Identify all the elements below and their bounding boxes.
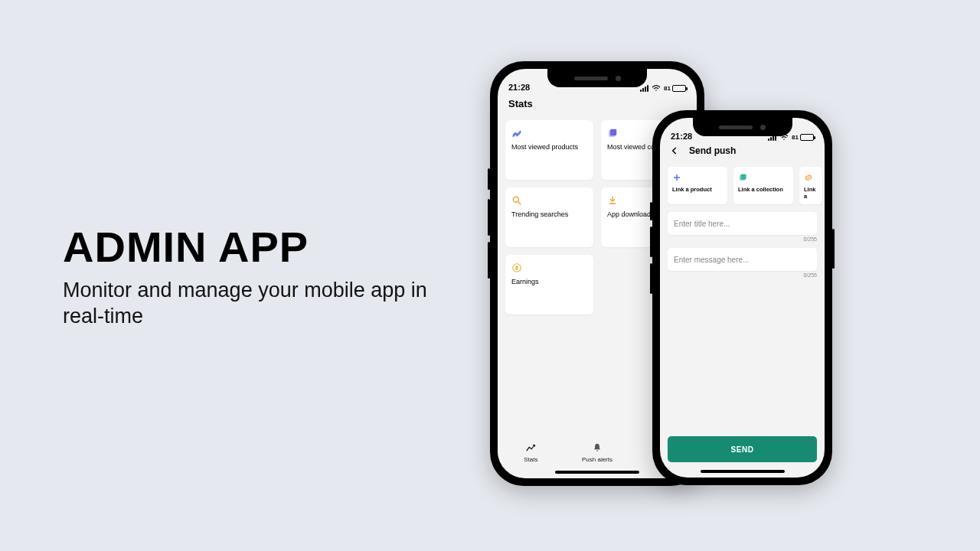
- tab-label: Push alerts: [582, 456, 612, 463]
- status-time: 21:28: [508, 83, 530, 92]
- phone-mockup-send-push: 21:28 81 Send push: [652, 110, 832, 485]
- chip-label: Link a: [804, 186, 818, 200]
- push-message-input[interactable]: Enter message here...: [668, 248, 817, 271]
- screen-title: Stats: [498, 93, 697, 116]
- tab-stats[interactable]: Stats: [498, 437, 564, 468]
- bell-icon: [592, 442, 603, 455]
- home-indicator: [555, 471, 639, 474]
- battery-indicator: 81: [792, 134, 814, 141]
- chip-label: Link a product: [672, 186, 723, 193]
- chip-link-product[interactable]: Link a product: [668, 167, 727, 204]
- stats-icon: [525, 442, 536, 455]
- svg-point-6: [783, 139, 785, 140]
- chip-link-url[interactable]: Link a: [799, 167, 822, 204]
- send-button-label: SEND: [731, 445, 754, 454]
- back-icon[interactable]: [669, 145, 680, 156]
- svg-rect-8: [741, 174, 746, 180]
- placeholder-text: Enter message here...: [674, 256, 749, 264]
- tab-label: Stats: [524, 456, 537, 463]
- card-earnings[interactable]: Earnings: [505, 255, 593, 315]
- message-char-counter: 0/255: [660, 271, 825, 281]
- push-title-input[interactable]: Enter title here...: [668, 212, 817, 235]
- dollar-circle-icon: [511, 262, 522, 273]
- download-icon: [607, 195, 618, 206]
- svg-rect-4: [609, 203, 616, 204]
- search-icon: [511, 195, 522, 206]
- placeholder-text: Enter title here...: [674, 220, 730, 228]
- card-label: Most viewed products: [511, 143, 587, 152]
- plus-icon: [672, 173, 681, 182]
- send-button[interactable]: SEND: [668, 436, 817, 462]
- link-icon: [804, 173, 813, 182]
- card-label: Earnings: [511, 278, 587, 286]
- card-most-viewed-products[interactable]: Most viewed products: [505, 120, 593, 180]
- chip-link-collection[interactable]: Link a collection: [733, 167, 793, 204]
- home-indicator: [701, 470, 785, 473]
- cellular-signal-icon: [640, 85, 648, 92]
- screen-title: Send push: [689, 145, 736, 156]
- card-trending-searches[interactable]: Trending searches: [505, 187, 593, 247]
- wifi-icon: [652, 84, 661, 92]
- marketing-copy: ADMIN APP Monitor and manage your mobile…: [63, 222, 461, 330]
- link-options-row: Link a product Link a collection Link a: [660, 161, 825, 209]
- status-time: 21:28: [671, 132, 692, 141]
- battery-indicator: 81: [664, 85, 686, 92]
- tab-push-alerts[interactable]: Push alerts: [564, 437, 631, 468]
- page-subtitle: Monitor and manage your mobile app in re…: [63, 278, 461, 330]
- trend-line-icon: [511, 128, 522, 139]
- svg-rect-2: [610, 129, 616, 135]
- card-label: Trending searches: [511, 210, 587, 219]
- page-title: ADMIN APP: [63, 222, 461, 272]
- chip-label: Link a collection: [738, 186, 789, 193]
- svg-point-3: [513, 197, 518, 202]
- collection-icon: [607, 128, 618, 139]
- svg-point-0: [655, 90, 657, 91]
- title-char-counter: 0/255: [660, 235, 825, 245]
- screen-header: Send push: [660, 142, 825, 161]
- collection-icon: [738, 173, 747, 182]
